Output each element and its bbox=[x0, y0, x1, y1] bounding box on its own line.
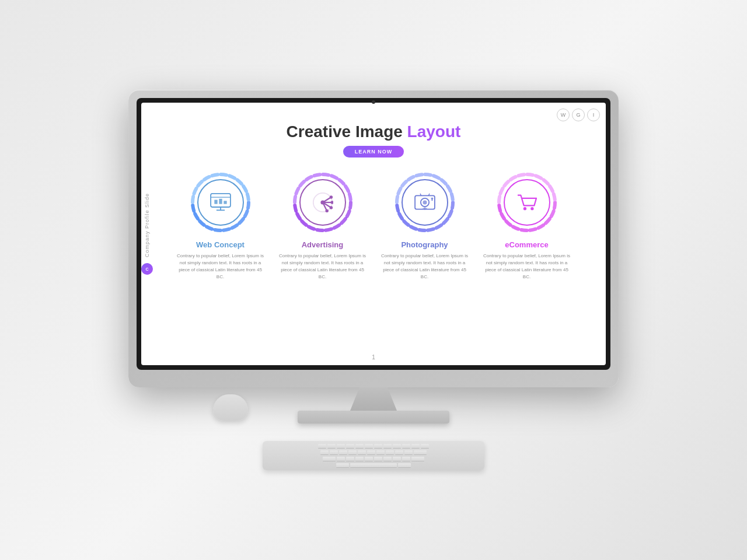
key bbox=[330, 450, 338, 455]
card-advertising: Advertising Contrary to popular belief, … bbox=[277, 170, 368, 354]
key bbox=[393, 444, 401, 449]
card-title-advertising: Advertising bbox=[302, 240, 344, 249]
screen: W G I Company Profile Slide C Creative I… bbox=[141, 103, 606, 365]
key bbox=[327, 444, 336, 449]
key bbox=[386, 450, 394, 455]
screen-content: W G I Company Profile Slide C Creative I… bbox=[141, 103, 606, 365]
title-highlight: Layout bbox=[407, 123, 461, 141]
key bbox=[414, 450, 427, 455]
learn-now-button[interactable]: LEARN NOW bbox=[343, 146, 404, 158]
key bbox=[393, 457, 401, 461]
key bbox=[398, 463, 411, 468]
svg-point-79 bbox=[423, 200, 427, 204]
key bbox=[337, 444, 345, 449]
key bbox=[365, 457, 373, 461]
key bbox=[383, 444, 392, 449]
peripherals-row bbox=[263, 424, 484, 470]
circle-inner-advertising bbox=[299, 179, 346, 226]
svg-point-81 bbox=[431, 199, 433, 201]
card-title-ecommerce: eCommerce bbox=[505, 240, 548, 249]
key-row-3 bbox=[323, 457, 424, 461]
svg-point-103 bbox=[523, 207, 526, 210]
key bbox=[320, 450, 329, 455]
key bbox=[404, 450, 413, 455]
svg-point-54 bbox=[330, 201, 333, 204]
card-title-photography: Photography bbox=[401, 240, 448, 249]
title-part1: Creative Image bbox=[287, 123, 407, 141]
instagram-icon[interactable]: I bbox=[587, 108, 600, 121]
circle-inner-web-concept bbox=[197, 179, 244, 226]
google-plus-icon[interactable]: G bbox=[572, 108, 585, 121]
monitor-base bbox=[298, 411, 449, 424]
key-row-2 bbox=[320, 450, 427, 455]
svg-rect-23 bbox=[219, 199, 222, 204]
camera-dot bbox=[372, 100, 375, 104]
key bbox=[367, 450, 375, 455]
key bbox=[318, 444, 326, 449]
card-desc-photography: Contrary to popular belief, Lorem Ipsum … bbox=[379, 253, 470, 281]
key bbox=[358, 450, 366, 455]
keyboard bbox=[263, 441, 484, 470]
key-row-4 bbox=[336, 463, 411, 468]
mouse bbox=[213, 394, 248, 421]
circle-advertising bbox=[291, 170, 355, 235]
key bbox=[355, 444, 364, 449]
monitor-neck bbox=[350, 387, 397, 411]
circle-ecommerce bbox=[495, 170, 559, 235]
key bbox=[365, 444, 373, 449]
whatsapp-icon[interactable]: W bbox=[557, 108, 570, 121]
circle-photography bbox=[393, 170, 457, 235]
key bbox=[355, 457, 364, 461]
key bbox=[346, 444, 354, 449]
key bbox=[336, 463, 349, 468]
key bbox=[411, 457, 424, 461]
key bbox=[402, 457, 410, 461]
key bbox=[374, 457, 382, 461]
sidebar-circle: C bbox=[141, 263, 153, 275]
svg-rect-24 bbox=[224, 201, 226, 204]
svg-rect-22 bbox=[214, 200, 217, 204]
key bbox=[348, 450, 357, 455]
card-web-concept: Web Concept Contrary to popular belief, … bbox=[175, 170, 266, 354]
monitor: W G I Company Profile Slide C Creative I… bbox=[128, 90, 619, 470]
cards-section: Web Concept Contrary to popular belief, … bbox=[175, 170, 572, 354]
social-icons: W G I bbox=[557, 108, 600, 121]
monitor-bezel: W G I Company Profile Slide C Creative I… bbox=[137, 98, 610, 370]
circle-inner-photography bbox=[402, 179, 448, 226]
spacebar bbox=[350, 463, 397, 468]
key bbox=[383, 457, 392, 461]
card-photography: Photography Contrary to popular belief, … bbox=[379, 170, 470, 354]
circle-web-concept bbox=[189, 170, 253, 235]
sidebar: Company Profile Slide C bbox=[141, 193, 153, 275]
sidebar-text: Company Profile Slide bbox=[144, 193, 150, 257]
card-desc-ecommerce: Contrary to popular belief, Lorem Ipsum … bbox=[481, 253, 572, 281]
page-number: 1 bbox=[372, 354, 375, 360]
svg-point-53 bbox=[329, 195, 332, 198]
monitor-frame: W G I Company Profile Slide C Creative I… bbox=[128, 90, 619, 387]
key bbox=[346, 457, 354, 461]
card-title-web-concept: Web Concept bbox=[196, 240, 245, 249]
circle-inner-ecommerce bbox=[504, 179, 550, 226]
svg-point-56 bbox=[325, 209, 328, 212]
title-section: Creative Image Layout LEARN NOW bbox=[287, 123, 461, 158]
key bbox=[402, 444, 410, 449]
key bbox=[337, 457, 345, 461]
key bbox=[339, 450, 347, 455]
key bbox=[421, 444, 429, 449]
page-title: Creative Image Layout bbox=[287, 123, 461, 141]
key bbox=[395, 450, 403, 455]
key-row-1 bbox=[318, 444, 429, 449]
key bbox=[376, 450, 385, 455]
card-ecommerce: eCommerce Contrary to popular belief, Lo… bbox=[481, 170, 572, 354]
card-desc-advertising: Contrary to popular belief, Lorem Ipsum … bbox=[277, 253, 368, 281]
card-desc-web-concept: Contrary to popular belief, Lorem Ipsum … bbox=[175, 253, 266, 281]
key bbox=[323, 457, 336, 461]
svg-point-55 bbox=[329, 206, 332, 209]
svg-point-52 bbox=[320, 200, 324, 204]
key bbox=[374, 444, 382, 449]
svg-point-104 bbox=[530, 207, 533, 210]
key bbox=[411, 444, 420, 449]
